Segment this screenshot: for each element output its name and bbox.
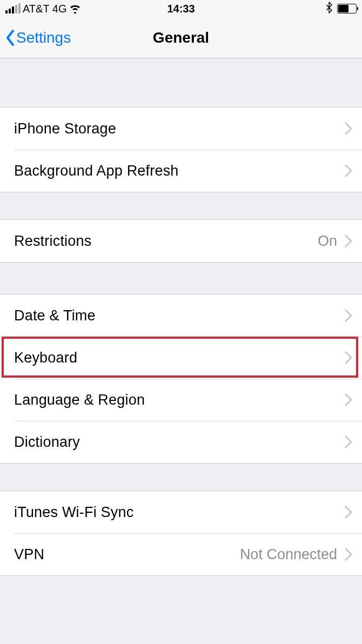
settings-row[interactable]: Keyboard (0, 337, 362, 379)
status-bar: AT&T 4G 14:33 (0, 0, 362, 17)
back-label: Settings (16, 29, 71, 46)
carrier-label: AT&T 4G (23, 3, 67, 15)
chevron-right-icon (345, 309, 352, 322)
row-label: VPN (14, 546, 44, 563)
cellular-signal-icon (5, 4, 21, 14)
row-label: Language & Region (14, 392, 145, 408)
settings-row[interactable]: Background App Refresh (0, 150, 362, 192)
settings-row[interactable]: iTunes Wi-Fi Sync (0, 491, 362, 533)
chevron-right-icon (345, 393, 352, 406)
settings-group: iTunes Wi-Fi SyncVPNNot Connected (0, 491, 362, 576)
bluetooth-icon (325, 2, 333, 16)
settings-group: RestrictionsOn (0, 219, 362, 263)
row-right (345, 435, 352, 448)
chevron-right-icon (345, 435, 352, 448)
row-label: Keyboard (14, 350, 77, 366)
nav-bar: Settings General (0, 17, 362, 58)
chevron-right-icon (345, 122, 352, 135)
battery-icon (337, 4, 357, 14)
row-right (345, 506, 352, 519)
chevron-right-icon (345, 164, 352, 177)
wifi-icon (69, 4, 81, 14)
chevron-right-icon (345, 234, 352, 247)
row-label: Dictionary (14, 434, 80, 451)
status-right (325, 2, 357, 16)
row-right: Not Connected (240, 546, 352, 563)
back-button[interactable]: Settings (5, 29, 71, 46)
chevron-left-icon (5, 29, 15, 46)
row-right (345, 309, 352, 322)
settings-row[interactable]: Dictionary (0, 421, 362, 464)
row-label: iPhone Storage (14, 120, 116, 137)
row-label: Background App Refresh (14, 163, 179, 179)
settings-group: Date & TimeKeyboardLanguage & RegionDict… (0, 294, 362, 464)
status-left: AT&T 4G (5, 3, 81, 15)
nav-title: General (153, 29, 209, 46)
settings-row[interactable]: Language & Region (0, 379, 362, 421)
chevron-right-icon (345, 548, 352, 561)
status-time: 14:33 (167, 3, 195, 15)
row-right (345, 351, 352, 364)
row-value: On (318, 233, 337, 250)
settings-row[interactable]: Date & Time (0, 294, 362, 337)
row-right (345, 122, 352, 135)
row-right: On (318, 233, 352, 250)
chevron-right-icon (345, 351, 352, 364)
row-value: Not Connected (240, 546, 337, 563)
row-right (345, 393, 352, 406)
row-right (345, 164, 352, 177)
settings-row[interactable]: iPhone Storage (0, 107, 362, 150)
settings-row[interactable]: VPNNot Connected (0, 533, 362, 576)
row-label: iTunes Wi-Fi Sync (14, 504, 133, 521)
settings-row[interactable]: RestrictionsOn (0, 219, 362, 263)
row-label: Restrictions (14, 233, 91, 250)
settings-group: iPhone StorageBackground App Refresh (0, 107, 362, 192)
row-label: Date & Time (14, 307, 96, 324)
chevron-right-icon (345, 506, 352, 519)
